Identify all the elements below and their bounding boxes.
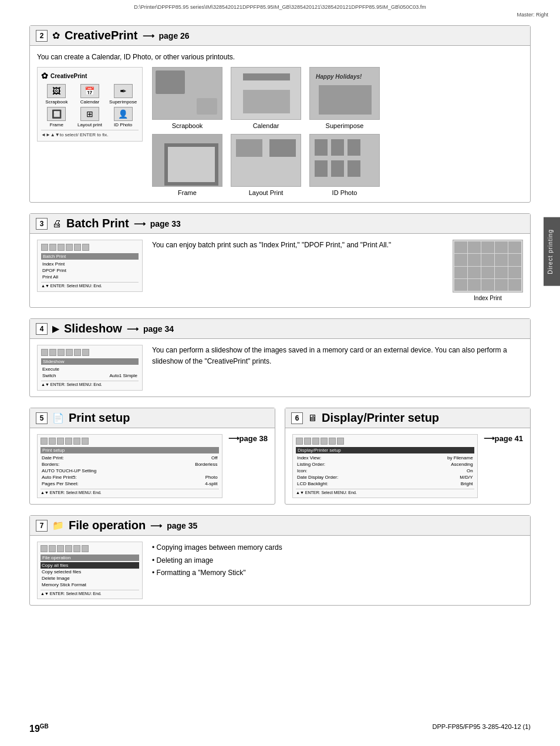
header-bar: D:\Printer\DPPFP85.95 series\IM\32854201… [0,0,560,19]
print-setup-body: Print setup Date Print:Off Borders:Borde… [30,428,275,504]
display-setup-row-5: LCD Backlight:Bright [296,480,474,487]
print-setup-row-2: Borders:Borderless [41,461,219,468]
calendar-image [231,67,301,120]
section-header-display-setup: 6 🖥 Display/Printer setup [285,408,530,428]
file-op-bullets: Copying images between memory cards Dele… [152,542,523,580]
screen-icon-2 [49,349,56,356]
master-label: Master: Right [12,11,548,19]
idphoto-image [309,134,380,187]
screen-icon-2 [49,244,56,251]
file-path: D:\Printer\DPPFP85.95 series\IM\32854201… [12,4,548,11]
display-setup-body: Display/Printer setup Index View:by File… [285,428,530,504]
batch-print-icon: 🖨 [52,219,62,229]
screen-icon-5 [74,349,81,356]
batch-print-arrow: ⟶ [134,219,146,228]
file-op-page: page 35 [167,521,197,530]
page-number: 19GB [29,723,49,734]
screen-top-icons [41,244,139,251]
index-cell [481,279,494,291]
creative-item-frame: Frame [152,134,222,196]
display-setup-row-4: Date Display Order:M/D/Y [296,474,474,480]
section-header-batch: 3 🖨 Batch Print ⟶ page 33 [30,214,530,234]
screen-icon-superimpose: ✒ Superimpose [107,84,139,105]
direct-printing-tab: Direct printing [544,217,560,286]
slideshow-menu-row: Switch Auto1 Simple [41,372,139,379]
scrapbook-label: Scrapbook [172,122,203,129]
model-number: DPP-FP85/FP95 3-285-420-12 (1) [432,723,531,734]
screen-icon-scrapbook: 🖼 Scrapbook [41,84,72,105]
section-number-6: 6 [291,412,303,424]
screen-icons [41,438,219,445]
index-print-area: Index Print [453,240,523,301]
slideshow-screen-hint: ▲▼ ENTER: Select MENU: End. [41,381,139,387]
superimpose-image [309,67,380,120]
slideshow-arrow: ⟶ [127,324,139,334]
screen-icon-1 [41,349,48,356]
batch-screen-title: Batch Print [41,253,139,260]
index-cell [508,267,521,278]
section-creative-print: 2 ✿ CreativePrint ⟶ page 26 You can crea… [29,25,531,203]
print-setup-screen: Print setup Date Print:Off Borders:Borde… [37,434,222,498]
slideshow-page: page 34 [143,324,174,334]
file-op-screen-title: File operation [41,555,139,561]
frame-icon-box: 🔲 [47,107,66,121]
index-print-label: Index Print [474,295,502,301]
index-cell [454,241,467,253]
two-col-sections: 5 📄 Print setup [29,408,531,505]
index-cell [495,241,508,253]
index-cell [468,267,481,278]
display-setup-title: Display/Printer setup [322,411,439,425]
section-number-7: 7 [36,520,48,532]
display-setup-row-2: Listing Order:Ascending [296,461,474,468]
creative-item-layout: Layout Print [231,134,301,196]
section-header-print-setup: 5 📄 Print setup [30,408,275,428]
layout-icon-box: ⊞ [80,107,99,121]
creative-print-icon: ✿ [52,30,60,41]
screen-bottom-hint: ◄►▲▼to select/ ENTER to fix. [41,130,139,137]
file-op-menu-2: Copy selected files [41,569,139,575]
batch-menu-item-2: DPOF Print [41,267,139,274]
idphoto-label: ID Photo [332,189,357,196]
section-header-creative: 2 ✿ CreativePrint ⟶ page 26 [30,26,530,46]
superimpose-icon-box: ✒ [114,84,133,98]
screen-icon-idphoto: 👤 ID Photo [107,107,139,127]
batch-screen-hint: ▲▼ ENTER: Select MENU: End. [41,282,139,288]
creative-print-arrow: ⟶ [143,31,154,41]
batch-print-page: page 33 [150,219,181,228]
index-cell [481,254,494,266]
screen-icon-6 [82,349,89,356]
creative-print-content: ✿ CreativePrint 🖼 Scrapbook 📅 Calendar [37,67,523,196]
scrapbook-icon-box: 🖼 [47,84,66,98]
index-cell [454,279,467,291]
print-setup-screen-title: Print setup [41,447,219,453]
print-setup-row-1: Date Print:Off [41,455,219,461]
section-header-slideshow: 4 ▶ Slideshow ⟶ page 34 [30,319,530,339]
screen-title: ✿ CreativePrint [41,71,139,80]
screen-icons-grid: 🖼 Scrapbook 📅 Calendar ✒ Superimpose [41,84,139,127]
file-op-content: File operation Copy all files Copy selec… [37,542,523,599]
print-setup-row-3: AUTO TOUCH-UP Setting [41,468,219,474]
index-grid [453,240,523,293]
file-op-body: File operation Copy all files Copy selec… [30,536,530,605]
frame-label: Frame [178,189,197,196]
section-file-operation: 7 📁 File operation ⟶ page 35 [29,515,531,606]
file-op-bullet-2: Deleting an image [152,555,523,567]
slideshow-screen-title: Slideshow [41,358,139,365]
calendar-label: Calendar [253,122,279,129]
display-setup-screen-title: Display/Printer setup [296,447,474,453]
index-cell [468,279,481,291]
screen-icon-3 [58,244,65,251]
screen-icon-4 [66,349,73,356]
file-op-arrow: ⟶ [150,521,162,530]
layout-label: Layout Print [249,189,284,196]
screen-icon-calendar: 📅 Calendar [75,84,106,105]
creative-images-grid: Scrapbook Calendar Superimpose [152,67,523,196]
screen-icon-1 [41,244,48,251]
creative-print-desc: You can create a Calendar, ID Photo, or … [37,52,523,62]
creative-row-1: Scrapbook Calendar Superimpose [152,67,523,129]
index-cell [508,241,521,253]
section-print-setup: 5 📄 Print setup [29,408,275,505]
index-cell [468,254,481,266]
slideshow-screen: Slideshow Execute Switch Auto1 Simple ▲▼… [37,345,143,391]
creative-item-calendar: Calendar [231,67,301,129]
